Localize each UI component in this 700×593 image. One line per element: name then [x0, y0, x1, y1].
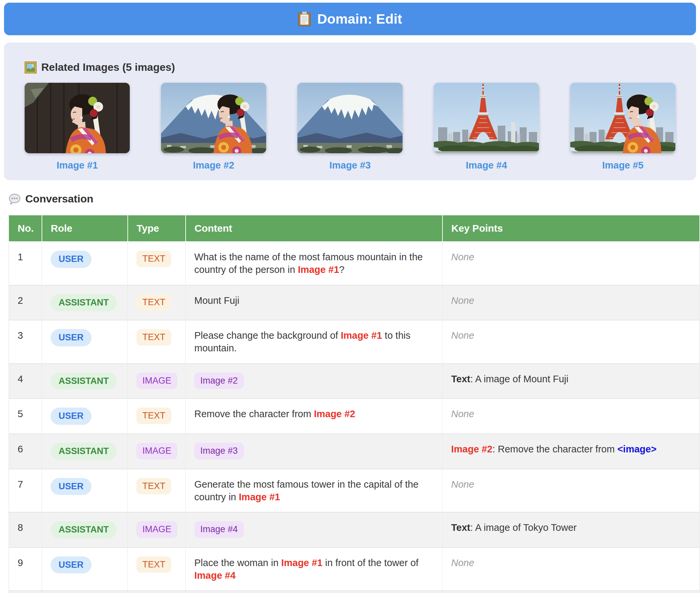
column-header-content: Content — [186, 215, 442, 242]
text-segment: Remove the character from — [194, 408, 314, 419]
text-segment: : Remove the character from — [492, 444, 618, 454]
table-row: 8ASSISTANTIMAGEImage #4Text: A image of … — [9, 512, 700, 548]
row-number: 10 — [9, 591, 42, 593]
framed-picture-icon — [25, 62, 37, 74]
row-number: 3 — [9, 320, 42, 364]
text-type-badge: TEXT — [137, 407, 171, 424]
image-reference: Image #1 — [298, 264, 339, 275]
related-image-card-2: Image #2 — [161, 83, 266, 171]
table-row: 4ASSISTANTIMAGEImage #2Text: A image of … — [9, 364, 700, 399]
table-row: 3USERTEXTPlease change the background of… — [9, 320, 700, 364]
table-row: 6ASSISTANTIMAGEImage #3Image #2: Remove … — [9, 434, 700, 469]
none-placeholder: None — [451, 557, 474, 568]
type-cell: TEXT — [128, 399, 186, 434]
user-role-badge: USER — [50, 556, 91, 574]
column-header-role: Role — [42, 215, 128, 242]
type-cell: TEXT — [128, 242, 186, 285]
assistant-role-badge: ASSISTANT — [50, 521, 117, 539]
role-cell: ASSISTANT — [42, 512, 128, 548]
image-4-thumbnail — [434, 83, 539, 153]
row-number: 7 — [9, 469, 42, 513]
row-number: 1 — [9, 242, 42, 285]
page-title: Domain: Edit — [317, 11, 402, 27]
role-cell: USER — [42, 320, 128, 364]
text-segment: in front of the tower of — [322, 557, 418, 568]
key-points-cell: Image #2: Remove the character from <ima… — [442, 434, 700, 469]
key-points-cell: None — [442, 285, 700, 320]
content-cell: Place the woman in Image #1 in front of … — [186, 548, 442, 591]
conversation-table: No. Role Type Content Key Points 1USERTE… — [9, 215, 700, 593]
text-segment: Place the woman in — [194, 557, 281, 568]
type-cell: IMAGE — [128, 591, 186, 593]
table-row: 9USERTEXTPlace the woman in Image #1 in … — [9, 548, 700, 591]
text-segment: Generate the most famous tower in the ca… — [194, 479, 418, 502]
content-cell: Image #3 — [186, 434, 442, 469]
table-row: 2ASSISTANTTEXTMount FujiNone — [9, 285, 700, 320]
key-points-cell: None — [442, 320, 700, 364]
clipboard-icon — [298, 11, 311, 27]
image-tag: <image> — [618, 444, 657, 454]
type-cell: TEXT — [128, 320, 186, 364]
type-cell: IMAGE — [128, 512, 186, 548]
domain-banner: Domain: Edit — [4, 3, 696, 35]
none-placeholder: None — [451, 479, 474, 489]
key-points-cell: None — [442, 399, 700, 434]
content-cell: Generate the most famous tower in the ca… — [186, 469, 442, 513]
content-image-badge: Image #2 — [194, 372, 244, 389]
related-image-card-5: Image #5 — [570, 83, 675, 171]
row-number: 2 — [9, 285, 42, 320]
content-cell: Image #2 — [186, 364, 442, 399]
image-5-thumbnail — [570, 83, 675, 153]
table-row: 10ASSISTANTIMAGEImage #5Image #4: Backgr… — [9, 591, 700, 593]
type-cell: TEXT — [128, 285, 186, 320]
key-points-cell: None — [442, 242, 700, 285]
key-points-cell: Text: A image of Mount Fuji — [442, 364, 700, 399]
image-reference: Image #1 — [239, 491, 280, 502]
image-label: Image #5 — [570, 160, 675, 171]
image-reference: Image #1 — [341, 330, 382, 341]
key-points-cell: Text: A image of Tokyo Tower — [442, 512, 700, 548]
image-reference: Image #4 — [194, 570, 235, 581]
image-reference: Image #2 — [314, 408, 355, 419]
table-header-row: No. Role Type Content Key Points — [9, 215, 700, 242]
related-images-title: Related Images (5 images) — [41, 61, 175, 74]
related-image-card-3: Image #3 — [297, 83, 403, 171]
type-cell: TEXT — [128, 548, 186, 591]
role-cell: ASSISTANT — [42, 434, 128, 469]
role-cell: USER — [42, 469, 128, 513]
content-image-badge: Image #4 — [194, 521, 244, 538]
none-placeholder: None — [451, 408, 474, 419]
content-cell: Image #5 — [186, 591, 442, 593]
row-number: 4 — [9, 364, 42, 399]
image-label: Image #4 — [434, 160, 539, 171]
image-1-thumbnail — [25, 83, 130, 153]
row-number: 5 — [9, 399, 42, 434]
role-cell: USER — [42, 242, 128, 285]
role-cell: ASSISTANT — [42, 285, 128, 320]
role-cell: ASSISTANT — [42, 364, 128, 399]
content-cell: Remove the character from Image #2 — [186, 399, 442, 434]
related-image-card-4: Image #4 — [434, 83, 539, 171]
table-row: 7USERTEXTGenerate the most famous tower … — [9, 469, 700, 513]
none-placeholder: None — [451, 252, 474, 262]
row-number: 8 — [9, 512, 42, 548]
role-cell: USER — [42, 399, 128, 434]
image-2-thumbnail — [161, 83, 266, 153]
user-role-badge: USER — [50, 329, 91, 346]
thumbnail-row: Image #1 Image #2 — [17, 83, 683, 171]
image-type-badge: IMAGE — [137, 443, 177, 460]
text-segment: : A image of Tokyo Tower — [470, 522, 577, 533]
conversation-table-body: 1USERTEXTWhat is the name of the most fa… — [9, 242, 700, 593]
key-points-cell: None — [442, 469, 700, 513]
row-number: 6 — [9, 434, 42, 469]
type-cell: IMAGE — [128, 364, 186, 399]
content-cell: Please change the background of Image #1… — [186, 320, 442, 364]
column-header-type: Type — [128, 215, 186, 242]
key-point-label: Text — [451, 373, 470, 384]
type-cell: TEXT — [128, 469, 186, 513]
content-cell: Image #4 — [186, 512, 442, 548]
related-images-panel: Related Images (5 images) — [4, 43, 696, 180]
key-points-cell: None — [442, 548, 700, 591]
image-type-badge: IMAGE — [137, 521, 177, 538]
page: Domain: Edit Related Images (5 images) — [0, 0, 700, 593]
